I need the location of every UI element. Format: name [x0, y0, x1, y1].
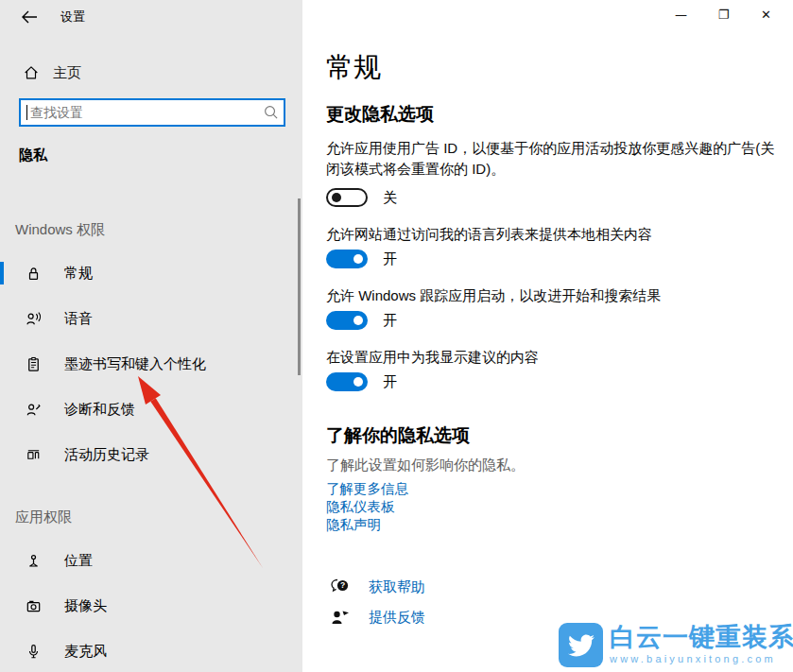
titlebar-left: 设置 [0, 0, 302, 32]
toggle-advertising-id[interactable] [326, 188, 368, 207]
link-learn-more[interactable]: 了解更多信息 [326, 480, 408, 498]
group-label-app-permissions: 应用权限 [15, 508, 72, 526]
toggle-language-list[interactable] [326, 250, 368, 268]
section-title-change-privacy: 更改隐私选项 [326, 102, 434, 127]
section-title-learn-privacy: 了解你的隐私选项 [326, 423, 470, 448]
sidebar-item-activity-history[interactable]: 活动历史记录 [0, 432, 302, 477]
back-arrow-icon [20, 9, 39, 25]
setting-description: 允许网站通过访问我的语言列表来提供本地相关内容 [326, 224, 778, 245]
svg-text:?: ? [340, 580, 345, 590]
toggle-state-label: 开 [383, 250, 397, 268]
twitter-bird-icon [559, 623, 603, 667]
sidebar-item-camera[interactable]: 摄像头 [0, 583, 302, 629]
microphone-icon [23, 643, 43, 661]
link-privacy-dashboard[interactable]: 隐私仪表板 [326, 498, 408, 516]
sidebar-item-label: 麦克风 [64, 643, 107, 661]
sidebar-item-label: 摄像头 [64, 597, 107, 615]
link-privacy-statement[interactable]: 隐私声明 [326, 516, 408, 534]
camera-icon [23, 597, 43, 615]
help-bubble-icon: ? [329, 577, 352, 596]
setting-description: 在设置应用中为我显示建议的内容 [326, 347, 778, 368]
watermark: 白云一键重装系统 www.baiyunxitong.com [559, 623, 793, 667]
search-box [19, 98, 285, 127]
pane-title-privacy: 隐私 [19, 146, 47, 164]
home-label: 主页 [53, 64, 81, 82]
text-caret [26, 105, 27, 120]
setting-row-language-list: 开 [326, 250, 397, 268]
close-button[interactable]: ✕ [745, 0, 787, 28]
get-help-link[interactable]: 获取帮助 [369, 578, 425, 596]
toggle-knob [353, 316, 363, 325]
maximize-button[interactable]: ❐ [702, 0, 745, 28]
group-label-windows-permissions: Windows 权限 [15, 221, 105, 239]
get-help-row[interactable]: ? 获取帮助 [329, 577, 425, 596]
setting-row-app-launch-tracking: 开 [326, 311, 397, 330]
toggle-knob [353, 254, 363, 264]
setting-row-suggested-content: 开 [326, 372, 397, 391]
location-icon [23, 552, 43, 570]
toggle-state-label: 开 [383, 312, 397, 330]
sidebar-item-label: 活动历史记录 [64, 446, 149, 464]
sidebar-item-label: 诊断和反馈 [64, 401, 135, 419]
toggle-state-label: 开 [383, 373, 397, 391]
toggle-suggested-content[interactable] [326, 372, 368, 391]
setting-description: 允许 Windows 跟踪应用启动，以改进开始和搜索结果 [326, 285, 778, 306]
setting-description: 允许应用使用广告 ID，以便基于你的应用活动投放你更感兴趣的广告(关闭该模式将会… [326, 138, 778, 180]
learn-links: 了解更多信息 隐私仪表板 隐私声明 [326, 480, 408, 534]
sidebar-item-label: 墨迹书写和键入个性化 [64, 355, 206, 373]
sidebar-item-location[interactable]: 位置 [0, 538, 302, 583]
watermark-title: 白云一键重装系统 [610, 623, 793, 652]
home-icon [21, 64, 42, 81]
speech-icon [23, 310, 43, 328]
diagnostics-icon [23, 401, 43, 419]
lock-icon [23, 265, 43, 283]
sidebar-item-ink-typing[interactable]: 墨迹书写和键入个性化 [0, 341, 302, 387]
learn-subtitle: 了解此设置如何影响你的隐私。 [326, 457, 525, 474]
window-controls: — ❐ ✕ [660, 0, 787, 28]
sidebar-item-speech[interactable]: 语音 [0, 296, 302, 341]
app-title: 设置 [60, 9, 85, 26]
toggle-knob [353, 377, 363, 387]
ink-typing-icon [23, 355, 43, 373]
sidebar-item-general[interactable]: 常规 [0, 250, 302, 296]
search-icon[interactable] [263, 104, 279, 120]
sidebar-item-label: 位置 [64, 552, 93, 570]
back-button[interactable] [13, 5, 45, 29]
give-feedback-link[interactable]: 提供反馈 [369, 609, 425, 627]
sidebar-item-diagnostics[interactable]: 诊断和反馈 [0, 387, 302, 432]
feedback-person-icon [329, 608, 352, 627]
watermark-text: 白云一键重装系统 www.baiyunxitong.com [610, 623, 793, 664]
sidebar-item-home[interactable]: 主页 [0, 55, 302, 91]
settings-sidebar: 设置 主页 隐私 Windows 权限 常规 语音 墨迹书写和键入个性化 [0, 0, 302, 672]
main-panel: — ❐ ✕ 常规 更改隐私选项 允许应用使用广告 ID，以便基于你的应用活动投放… [302, 0, 793, 672]
sidebar-item-label: 常规 [64, 265, 93, 283]
sidebar-item-label: 语音 [64, 310, 93, 328]
toggle-knob [332, 193, 341, 202]
setting-row-advertising-id: 关 [326, 188, 397, 207]
toggle-app-launch-tracking[interactable] [326, 311, 368, 330]
watermark-url: www.baiyunxitong.com [610, 653, 793, 664]
page-title: 常规 [326, 49, 381, 87]
activity-history-icon [23, 446, 43, 464]
minimize-button[interactable]: — [660, 0, 702, 28]
toggle-state-label: 关 [383, 189, 397, 207]
give-feedback-row[interactable]: 提供反馈 [329, 608, 425, 627]
search-input[interactable] [19, 98, 285, 127]
sidebar-item-microphone[interactable]: 麦克风 [0, 629, 302, 672]
